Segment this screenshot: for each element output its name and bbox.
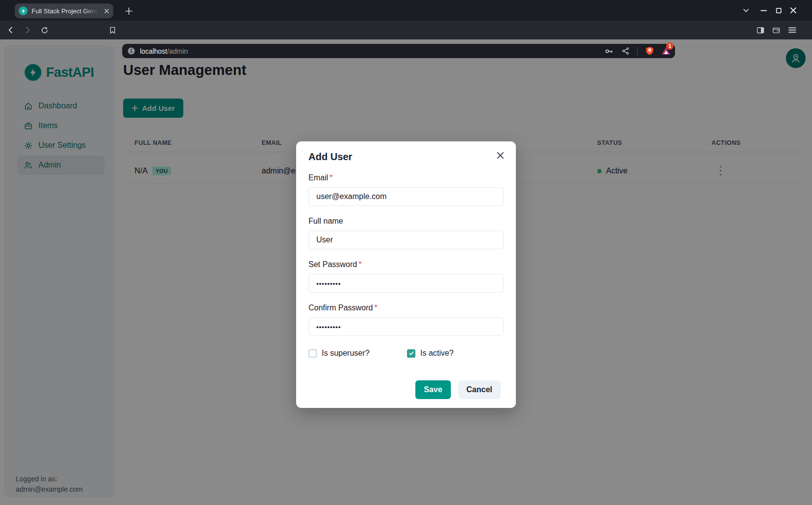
reload-icon[interactable] xyxy=(37,23,51,37)
email-label: Email* xyxy=(308,173,504,182)
is-superuser-checkbox[interactable] xyxy=(308,349,317,358)
forward-icon[interactable] xyxy=(21,23,34,37)
is-active-label: Is active? xyxy=(420,349,454,358)
cancel-button[interactable]: Cancel xyxy=(458,380,501,399)
window-close-icon[interactable] xyxy=(787,5,800,16)
window-maximize-icon[interactable] xyxy=(772,5,785,16)
email-input[interactable] xyxy=(308,187,504,206)
new-tab-button[interactable] xyxy=(122,4,135,17)
modal-close-icon[interactable] xyxy=(493,148,507,162)
full-name-field-group: Full name xyxy=(308,217,504,249)
menu-hamburger-icon[interactable] xyxy=(785,23,799,37)
brave-shield-icon[interactable] xyxy=(643,44,656,58)
tab-close-icon[interactable] xyxy=(104,8,109,14)
add-user-modal: Add User Email* Full name Set Password* … xyxy=(296,141,516,408)
full-name-input[interactable] xyxy=(308,231,504,249)
notification-count-badge: 1 xyxy=(666,42,674,50)
modal-title: Add User xyxy=(308,151,504,163)
url-text: localhost/admin xyxy=(140,47,188,55)
browser-toolbar: localhost/admin 1 xyxy=(0,21,812,39)
is-superuser-option: Is superuser? xyxy=(308,349,407,358)
sidebar-toggle-icon[interactable] xyxy=(753,23,767,37)
bookmark-icon[interactable] xyxy=(105,23,119,37)
save-button[interactable]: Save xyxy=(415,380,450,399)
wallet-icon[interactable] xyxy=(769,23,783,37)
set-password-label: Set Password* xyxy=(308,260,504,269)
confirm-password-label: Confirm Password* xyxy=(308,303,504,312)
required-asterisk: * xyxy=(374,303,377,312)
password-key-icon[interactable] xyxy=(602,44,616,58)
window-minimize-icon[interactable] xyxy=(757,5,770,16)
site-info-icon[interactable] xyxy=(127,47,135,55)
url-bar[interactable]: localhost/admin xyxy=(122,44,675,58)
share-icon[interactable] xyxy=(618,44,632,58)
fastapi-favicon-icon xyxy=(19,6,28,15)
is-superuser-label: Is superuser? xyxy=(322,349,370,358)
set-password-input[interactable] xyxy=(308,274,504,293)
full-name-label: Full name xyxy=(308,217,504,226)
is-active-option: Is active? xyxy=(407,349,454,358)
required-asterisk: * xyxy=(330,173,333,182)
set-password-field-group: Set Password* xyxy=(308,260,504,293)
confirm-password-input[interactable] xyxy=(308,317,504,336)
window-restore-down-icon[interactable] xyxy=(740,5,752,16)
back-icon[interactable] xyxy=(4,23,18,37)
browser-titlebar: Full Stack Project Genera xyxy=(0,0,812,21)
toolbar-divider xyxy=(637,47,638,56)
email-field-group: Email* xyxy=(308,173,504,206)
is-active-checkbox[interactable] xyxy=(407,349,415,358)
confirm-password-field-group: Confirm Password* xyxy=(308,303,504,336)
required-asterisk: * xyxy=(359,260,362,269)
browser-tab[interactable]: Full Stack Project Genera xyxy=(15,3,113,18)
tab-title: Full Stack Project Genera xyxy=(32,7,100,15)
